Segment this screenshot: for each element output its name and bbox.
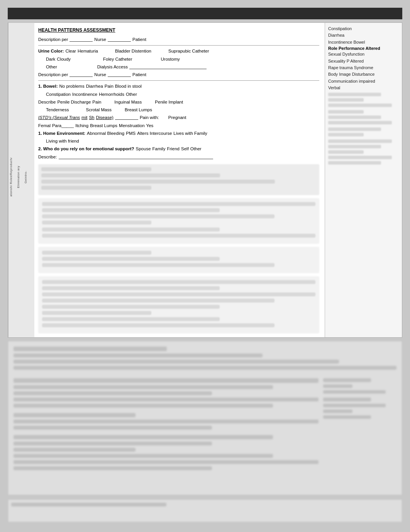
urine-color-row: Urine Color: Clear Hematuria Bladder Dis… <box>38 48 319 54</box>
right-sidebar: Constipation Diarrhea Incontinence Bowel… <box>325 23 402 337</box>
tenderness: Tenderness <box>46 107 69 113</box>
std-row: ISTD's (Sexual Trans mit Sh Disease) Pai… <box>38 114 319 121</box>
sidebar-label-1: atonshi RoleeReproductv <box>9 157 13 196</box>
urine-cloudy: Cloudy <box>57 56 71 63</box>
sidebar-label-2: Eliminaton ary <box>17 166 20 188</box>
describe-prefix: Describe <box>38 99 56 105</box>
section-title-row: HEALTH PATTERNS ASSESSMENT <box>38 27 319 35</box>
bowel-row-2: Constipation Incontinence Hemorrhoids Ot… <box>38 91 319 98</box>
page-container: atonshi RoleeReproductv Eliminaton ary G… <box>0 0 410 532</box>
nurse-field-1[interactable] <box>69 36 93 42</box>
description-row-2: Description per Nurse Patient <box>38 71 319 78</box>
rs-incontinence-bowel: Incontinence Bowel <box>328 39 399 45</box>
emotional-support-row: 2. Who do you rely on for emotional supp… <box>38 146 319 152</box>
para-label: Para_____ <box>52 122 74 129</box>
page-title: HEALTH PATTERNS ASSESSMENT <box>38 27 115 34</box>
top-bar <box>8 8 402 19</box>
itching: Itching <box>75 122 88 129</box>
blurred-doc-section <box>8 341 402 495</box>
patient-label-1: Patient <box>132 36 146 43</box>
bowel-incontinence: Incontinence <box>72 91 97 98</box>
pain-with: Pain with: <box>140 114 159 121</box>
pms: PMS <box>126 130 136 137</box>
alters-intercourse: Alters Intercourse <box>137 130 172 137</box>
rs-diarrhea: Diarrhea <box>328 32 399 38</box>
other: Other <box>190 146 202 152</box>
document-area: atonshi RoleeReproductv Eliminaton ary G… <box>8 22 402 338</box>
std-field[interactable] <box>115 114 138 120</box>
female-row: Femal Para_____ Itching Breast Lumps Men… <box>38 122 319 129</box>
left-sidebar: atonshi RoleeReproductv Eliminaton ary G… <box>8 23 34 337</box>
urine-row-3: Other Dialysis Access <box>38 64 319 70</box>
bladder-distention: Bladder Distention <box>115 48 151 54</box>
patient-field-2[interactable] <box>108 71 131 77</box>
emotional-label: 2. Who do you rely on for emotional supp… <box>38 146 134 152</box>
rs-verbal: Verbal <box>328 85 399 91</box>
family: Family <box>152 146 166 152</box>
rs-constipation: Constipation <box>328 26 399 32</box>
blurred-block-2 <box>38 247 319 273</box>
friend: Friend <box>167 146 180 152</box>
menstruation: Menstruation <box>119 122 144 129</box>
foley-catheter: Foley Catheter <box>103 56 132 63</box>
dialysis-access: Dialysis Access <box>97 64 128 70</box>
yes: Yes <box>146 122 154 129</box>
penile-discharge: Penile Discharge <box>57 99 91 105</box>
urine-label: Urine Color: <box>38 48 64 54</box>
urine-hematuria: Hematuria <box>78 48 98 54</box>
divider-2 <box>38 80 319 81</box>
rs-role-performance: Role Performance Altered <box>328 46 399 51</box>
description-row-1: Description per Nurse Patient <box>38 36 319 43</box>
mini-bottom <box>8 499 402 522</box>
scrotal-mass: Scrotal Mass <box>86 107 111 113</box>
bowel-blood-stool: Blood in stool <box>115 83 142 90</box>
bowel-hemorrhoids: Hemorrhoids <box>99 91 124 98</box>
patient-field-1[interactable] <box>108 36 131 42</box>
nurse-field-2[interactable] <box>69 71 93 77</box>
bowel-label: 1. Bowel: <box>38 83 58 90</box>
living-with-friend: Living with friend <box>46 138 79 144</box>
rs-body-image: Body Image Disturbance <box>328 71 399 77</box>
bowel-diarrhea: Diarrhea <box>86 83 103 90</box>
bowel-row-1: 1. Bowel: No problems Diarrhea Pain Bloo… <box>38 83 319 90</box>
blurred-block-1 <box>38 198 319 244</box>
std-disease: Disease) <box>96 114 114 121</box>
breast-lumps: Breast Lumps <box>125 107 152 113</box>
blurred-section-1 <box>38 164 319 195</box>
pregnant: Pregnant <box>168 114 186 121</box>
home-env-row-1: 1. Home Environment: Abnormal Bleeding P… <box>38 130 319 137</box>
desc-prefix-1: Description per <box>38 36 68 43</box>
rs-communication: Communication impaired <box>328 78 399 84</box>
self: Self <box>181 146 189 152</box>
urine-row-2: Dark Cloudy Foley Catheter Urostomy <box>38 56 319 63</box>
penile-implant: Penile Implant <box>155 99 183 105</box>
describe-field[interactable] <box>59 154 213 159</box>
home-env-label: 1. Home Environment: <box>38 130 85 137</box>
urostomy: Urostomy <box>161 56 180 63</box>
nurse-label-2: Nurse <box>94 71 106 78</box>
tenderness-row: Tenderness Scrotal Mass Breast Lumps <box>38 107 319 113</box>
right-sidebar-blurred <box>328 93 399 165</box>
rs-sexuality-altered: Sexuality P Altered <box>328 58 399 64</box>
inguinal-mass: Inguinal Mass <box>114 99 142 105</box>
desc-prefix-2: Description per <box>38 71 68 78</box>
describe-label: Describe: <box>38 154 57 160</box>
urine-other: Other <box>46 64 57 70</box>
sidebar-label-3: Geintro- <box>24 170 27 183</box>
bowel-pain: Pain <box>105 83 114 90</box>
rs-sexual-dysfunction: Sexual Dysfunction <box>328 51 399 57</box>
dialysis-field[interactable] <box>129 64 207 69</box>
suprapubic-catheter: Suprapubic Catheter <box>168 48 209 54</box>
std-mit: mit <box>81 114 87 121</box>
bowel-other: Other <box>126 91 137 98</box>
rs-rape-trauma: Rape trauma Syndrome <box>328 65 399 71</box>
home-env-row-2: Living with friend <box>38 138 319 144</box>
urine-dark: Dark <box>46 56 55 63</box>
pain-item: Pain <box>92 99 101 105</box>
female-label: Femal <box>38 122 51 129</box>
std-label: ISTD's (Sexual Trans <box>38 114 80 121</box>
divider-1 <box>38 45 319 46</box>
breast-lumps-2: Breast Lumps <box>90 122 117 129</box>
nurse-label-1: Nurse <box>94 36 106 43</box>
std-sh: Sh <box>89 114 94 121</box>
